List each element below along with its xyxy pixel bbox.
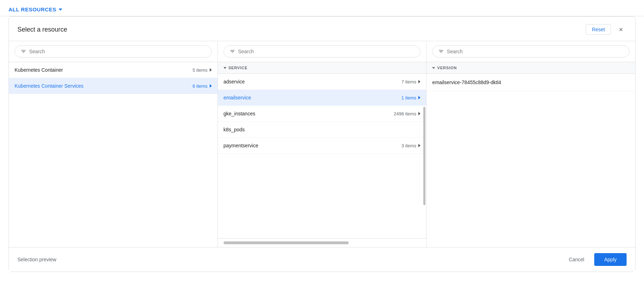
item-count: 6 items [193,83,208,89]
resource-dialog: Select a resource Reset × Kubernetes Con… [9,16,635,272]
item-meta: 3 items [401,143,420,148]
col2-section-header: SERVICE [218,62,426,74]
column-2: SERVICE adservice 7 items emailservice 1… [218,41,427,247]
item-count: 7 items [401,79,416,84]
section-header-label: SERVICE [229,66,248,70]
close-button[interactable]: × [615,24,627,35]
selection-preview-label: Selection preview [17,257,57,262]
section-chevron-icon [432,67,435,69]
col3-search-box [426,41,635,62]
horizontal-scrollbar[interactable] [224,241,349,244]
col2-list: adservice 7 items emailservice 1 items [218,74,426,238]
list-item[interactable]: paymentservice 3 items [218,138,426,154]
list-item[interactable]: Kubernetes Container 5 items [9,62,218,78]
chevron-right-icon [418,112,420,115]
chevron-right-icon [210,84,212,88]
item-meta: 1 items [401,95,420,100]
scrollbar-thumb[interactable] [423,107,425,206]
col1-list: Kubernetes Container 5 items Kubernetes … [9,62,218,247]
item-count: 5 items [193,67,208,73]
item-count: 3 items [401,143,416,148]
col3-search-wrap[interactable] [432,45,629,58]
item-meta: 5 items [193,67,212,73]
item-name: Kubernetes Container Services [15,83,84,89]
list-item[interactable]: gke_instances 2496 items [218,106,426,122]
chevron-right-icon [418,80,420,83]
item-meta: 7 items [401,79,420,84]
horizontal-scrollbar-area [218,238,426,247]
all-resources-label: ALL RESOURCES [9,6,57,12]
version-item[interactable]: emailservice-78455c88d9-dktl4 [426,74,635,91]
dialog-footer: Selection preview Cancel Apply [9,247,635,272]
col2-search-wrap[interactable] [224,45,421,58]
version-name: emailservice-78455c88d9-dktl4 [432,80,501,85]
col3-search-input[interactable] [447,49,623,54]
col3-section-header: VERSION [426,62,635,74]
item-name: k8s_pods [224,127,245,132]
section-chevron-icon [224,67,226,69]
col1-search-input[interactable] [29,49,206,54]
item-name: emailservice [224,95,251,100]
item-name: adservice [224,79,245,84]
filter-icon-col3 [438,49,444,54]
item-count: 1 items [401,95,416,100]
col1-search-box [9,41,218,62]
col2-search-input[interactable] [238,49,415,54]
item-name: Kubernetes Container [15,67,63,73]
dialog-title: Select a resource [17,26,67,33]
chevron-down-icon [59,9,62,11]
chevron-right-icon [418,144,420,147]
reset-button[interactable]: Reset [586,24,611,35]
item-meta: 6 items [193,83,212,89]
footer-actions: Cancel Apply [563,253,627,266]
filter-icon-col1 [21,49,26,54]
item-meta: 2496 items [394,111,421,116]
col1-search-wrap[interactable] [15,45,212,58]
column-1: Kubernetes Container 5 items Kubernetes … [9,41,218,247]
filter-icon-col2 [230,49,235,54]
section-header-label: VERSION [437,66,457,70]
col3-list: emailservice-78455c88d9-dktl4 [426,74,635,247]
list-item[interactable]: emailservice 1 items [218,90,426,106]
column-3: VERSION emailservice-78455c88d9-dktl4 [426,41,635,247]
chevron-right-icon [210,68,212,72]
list-item[interactable]: Kubernetes Container Services 6 items [9,78,218,94]
dialog-header: Select a resource Reset × [9,17,635,41]
list-item[interactable]: k8s_pods [218,122,426,138]
apply-button[interactable]: Apply [594,253,627,266]
list-item[interactable]: adservice 7 items [218,74,426,90]
col2-search-box [218,41,426,62]
all-resources-button[interactable]: ALL RESOURCES [9,6,62,12]
cancel-button[interactable]: Cancel [563,254,590,265]
item-name: paymentservice [224,143,258,148]
item-name: gke_instances [224,111,256,116]
item-count: 2496 items [394,111,417,116]
dialog-header-actions: Reset × [586,24,627,35]
columns-area: Kubernetes Container 5 items Kubernetes … [9,41,635,247]
chevron-right-icon [418,96,420,99]
